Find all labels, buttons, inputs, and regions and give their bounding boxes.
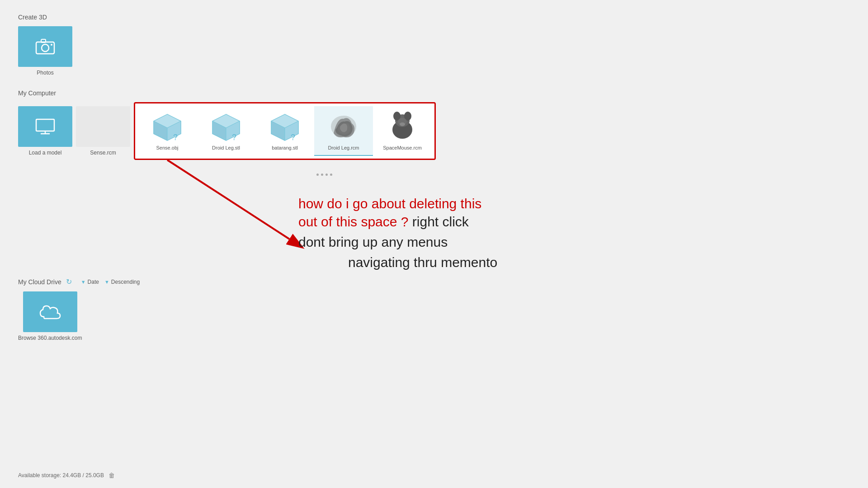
highlight-box: ? Sense.obj ?	[134, 102, 436, 160]
cube-svg-sense: ?	[151, 112, 183, 141]
svg-point-1	[42, 44, 49, 52]
batarang-label: batarang.stl	[272, 145, 297, 150]
sense-obj-icon: ?	[149, 111, 185, 142]
camera-icon	[35, 38, 55, 55]
svg-point-3	[51, 44, 52, 46]
create3d-title: Create 3D	[18, 14, 850, 21]
svg-rect-4	[36, 119, 54, 131]
droid-leg-stl-label: Droid Leg.stl	[212, 145, 240, 150]
sort-date-button[interactable]: ▼ Date	[81, 279, 99, 285]
sort-desc-label: Descending	[111, 279, 140, 285]
svg-text:?: ?	[291, 133, 295, 141]
sort-desc-arrow: ▼	[104, 279, 109, 285]
sort-descending-button[interactable]: ▼ Descending	[104, 279, 140, 285]
load-model-tile[interactable]: Load a model	[18, 106, 72, 156]
my-computer-title: My Computer	[18, 89, 850, 97]
svg-text:?: ?	[232, 133, 236, 141]
space-mouse-icon	[384, 111, 420, 142]
annotation-line3: dont bring up any menus	[298, 232, 497, 252]
browse-360-tile[interactable]: Browse 360.autodesk.com	[18, 291, 82, 341]
sort-date-arrow: ▼	[81, 279, 86, 285]
sort-controls: ▼ Date ▼ Descending	[81, 279, 140, 285]
space-mouse-svg	[384, 111, 420, 142]
space-mouse-label: SpaceMouse.rcm	[383, 145, 422, 150]
annotation-line2-red: out of this space ?	[298, 214, 409, 229]
file-item-droid-leg-stl[interactable]: ? Droid Leg.stl	[197, 106, 255, 156]
dot4	[330, 174, 332, 176]
file-item-space-mouse[interactable]: SpaceMouse.rcm	[373, 106, 432, 156]
storage-label: Available storage: 24.4GB / 25.0GB	[18, 472, 104, 479]
cube-svg-droid-stl: ?	[210, 112, 242, 141]
droid-leg-stl-icon: ?	[208, 111, 244, 142]
create3d-section: Create 3D Photos	[18, 14, 850, 76]
photos-label: Photos	[37, 70, 53, 76]
photos-tile[interactable]: Photos	[18, 26, 72, 76]
annotation-line1: how do i go about deleting this	[298, 196, 497, 211]
mesh-dark-svg	[326, 111, 362, 142]
monitor-icon	[35, 118, 55, 135]
cloud-drive-section: My Cloud Drive ↻ ▼ Date ▼ Descending	[18, 277, 850, 341]
sense-rcm-tile-box	[76, 106, 130, 147]
status-bar: Available storage: 24.4GB / 25.0GB 🗑	[18, 472, 115, 479]
file-items-row: ? Sense.obj ?	[138, 106, 432, 156]
file-item-droid-leg-rcm[interactable]: Droid Leg.rcm	[314, 106, 373, 156]
droid-leg-rcm-label: Droid Leg.rcm	[328, 145, 359, 150]
refresh-icon[interactable]: ↻	[66, 277, 72, 286]
photos-tile-box	[18, 26, 72, 67]
cloud-drive-header: My Cloud Drive ↻ ▼ Date ▼ Descending	[18, 277, 850, 286]
file-item-batarang[interactable]: ? batarang.stl	[255, 106, 314, 156]
sort-date-label: Date	[88, 279, 99, 285]
browse-360-label: Browse 360.autodesk.com	[18, 335, 82, 341]
trash-icon[interactable]: 🗑	[108, 472, 115, 479]
sense-rcm-tile[interactable]: Sense.rcm	[76, 106, 130, 156]
cloud-drive-title: My Cloud Drive	[18, 278, 61, 286]
annotation-line2: out of this space ? right click	[298, 211, 497, 232]
annotation-text: how do i go about deleting this out of t…	[298, 196, 497, 272]
cloud-tiles-row: Browse 360.autodesk.com	[18, 291, 850, 341]
dot3	[326, 174, 328, 176]
load-model-tile-box	[18, 106, 72, 147]
annotation-line4: navigating thru memento	[348, 252, 497, 272]
cloud-icon	[39, 304, 61, 319]
load-model-label: Load a model	[29, 150, 62, 156]
batarang-icon: ?	[267, 111, 303, 142]
sense-rcm-label: Sense.rcm	[90, 150, 116, 156]
file-item-sense-obj[interactable]: ? Sense.obj	[138, 106, 197, 156]
annotation-line2-black: right click	[409, 214, 469, 229]
svg-point-28	[400, 122, 405, 126]
my-computer-section: My Computer Load a model Sense.rcm	[18, 89, 850, 160]
sense-obj-label: Sense.obj	[156, 145, 179, 150]
browse-360-tile-box	[23, 291, 77, 332]
droid-leg-rcm-icon	[326, 111, 362, 142]
cube-svg-batarang: ?	[269, 112, 301, 141]
svg-text:?: ?	[173, 133, 178, 141]
annotation-area: how do i go about deleting this out of t…	[18, 174, 850, 273]
svg-line-30	[167, 160, 289, 239]
